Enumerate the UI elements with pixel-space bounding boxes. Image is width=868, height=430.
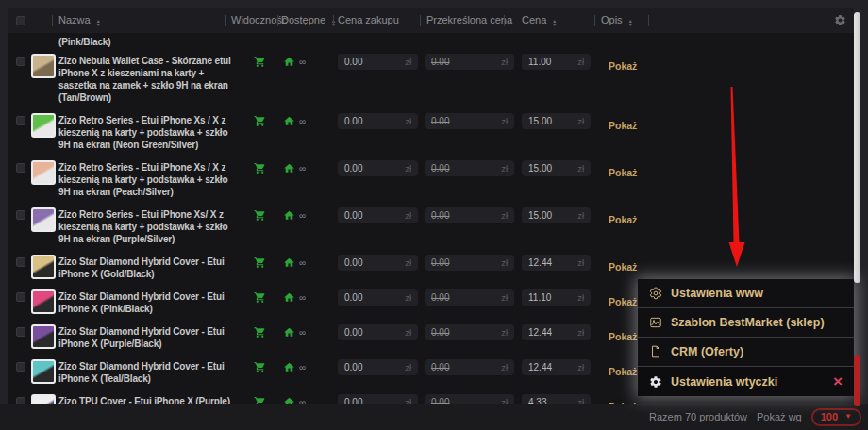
currency-suffix: zł: [501, 116, 508, 126]
purchase-price-input[interactable]: 0.00 zł: [338, 394, 418, 404]
currency-suffix: zł: [501, 163, 508, 174]
row-checkbox[interactable]: [16, 210, 25, 220]
purchase-price-input[interactable]: 0.00 zł: [338, 207, 418, 223]
price-input[interactable]: 4.33 zł: [522, 394, 591, 404]
row-checkbox-cell: [8, 207, 31, 220]
row-checkbox-cell: [8, 289, 31, 302]
currency-suffix: zł: [577, 116, 584, 126]
home-icon[interactable]: [283, 256, 295, 269]
column-header-dostepne[interactable]: Dostępne▲▼: [281, 14, 336, 26]
row-checkbox[interactable]: [16, 397, 25, 404]
price-input[interactable]: 15.00 zł: [522, 160, 591, 176]
sort-icon[interactable]: ▲▼: [552, 19, 557, 26]
menu-item-ustawienia-www[interactable]: Ustawienia www: [638, 279, 854, 308]
strike-price-input[interactable]: 0.00 zł: [425, 255, 514, 271]
sort-icon[interactable]: ▲▼: [628, 19, 633, 26]
purchase-price-input[interactable]: 0.00 zł: [338, 289, 418, 306]
purchase-price-input[interactable]: 0.00 zł: [338, 54, 418, 70]
page-size-label: Pokaż wg: [757, 411, 802, 422]
home-icon[interactable]: [283, 326, 295, 339]
strike-price-input[interactable]: 0.00 zł: [425, 207, 514, 223]
home-icon[interactable]: [283, 361, 295, 373]
price-input[interactable]: 11.00 zł: [522, 54, 591, 70]
column-header-przekreslona-cena[interactable]: Przekreślona cena: [426, 14, 512, 25]
price-input[interactable]: 12.44 zł: [522, 255, 591, 271]
purchase-price-input[interactable]: 0.00 zł: [338, 255, 418, 271]
price-input[interactable]: 15.00 zł: [522, 113, 591, 129]
row-checkbox[interactable]: [16, 57, 25, 66]
strike-price-input[interactable]: 0.00 zł: [425, 359, 514, 375]
column-header-widocznosc[interactable]: Widoczność: [231, 14, 287, 25]
row-checkbox[interactable]: [16, 116, 25, 125]
column-header-cena-zakupu[interactable]: Cena zakupu: [338, 14, 399, 25]
column-header-opis[interactable]: Opis▲▼: [601, 14, 633, 26]
cart-icon[interactable]: [254, 162, 266, 174]
show-description-link[interactable]: Pokaż: [609, 120, 637, 131]
strike-price-input[interactable]: 0.00 zł: [425, 289, 514, 306]
home-icon[interactable]: [283, 396, 295, 404]
menu-item-szablon-bestmarket[interactable]: Szablon BestMarket (sklep): [638, 308, 854, 338]
show-description-link[interactable]: Pokaż: [609, 167, 637, 178]
cart-icon[interactable]: [254, 326, 266, 339]
price-cell: 4.33 zł: [522, 394, 601, 404]
currency-suffix: zł: [501, 292, 508, 303]
home-icon[interactable]: [283, 291, 295, 304]
show-description-link[interactable]: Pokaż: [609, 214, 637, 225]
scrollbar-thumb[interactable]: [854, 12, 860, 283]
currency-suffix: zł: [405, 327, 411, 338]
price-cell: 15.00 zł: [522, 207, 601, 223]
purchase-price-input[interactable]: 0.00 zł: [338, 160, 418, 176]
strike-price-input[interactable]: 0.00 zł: [425, 54, 514, 70]
page-size-value: 100: [821, 411, 838, 422]
row-checkbox-cell: [8, 324, 31, 337]
cart-icon[interactable]: [254, 396, 266, 404]
cart-icon[interactable]: [254, 56, 266, 68]
home-icon[interactable]: [283, 162, 295, 174]
home-icon[interactable]: [283, 115, 295, 127]
column-header-cena[interactable]: Cena▲▼: [522, 14, 557, 26]
cart-icon[interactable]: [254, 256, 266, 269]
show-description-link[interactable]: Pokaż: [609, 261, 637, 273]
price-cell: 12.44 zł: [522, 324, 601, 340]
strike-price-input[interactable]: 0.00 zł: [425, 113, 514, 129]
price-input[interactable]: 11.10 zł: [522, 289, 591, 306]
close-icon[interactable]: ×: [833, 375, 843, 389]
sort-icon[interactable]: ▲▼: [96, 19, 101, 26]
menu-item-ustawienia-wtyczki[interactable]: Ustawienia wtyczki ×: [638, 367, 854, 396]
table-row-partial: (Pink/Black): [8, 33, 854, 49]
show-description-link[interactable]: Pokaż: [609, 60, 637, 72]
price-input[interactable]: 12.44 zł: [522, 359, 591, 375]
purchase-price-input[interactable]: 0.00 zł: [338, 359, 418, 375]
select-all-checkbox[interactable]: [16, 16, 25, 25]
table-settings-gear-icon[interactable]: [834, 14, 846, 26]
purchase-price-input[interactable]: 0.00 zł: [338, 113, 418, 129]
price-input[interactable]: 15.00 zł: [522, 207, 591, 223]
home-icon[interactable]: [283, 56, 295, 68]
price-input[interactable]: 12.44 zł: [522, 324, 591, 340]
strike-price-input[interactable]: 0.00 zł: [425, 394, 514, 404]
column-header-nazwa[interactable]: Nazwa▲▼: [58, 14, 101, 26]
strike-price-value: 0.00: [431, 362, 449, 372]
cart-icon[interactable]: [254, 361, 266, 373]
row-checkbox[interactable]: [16, 163, 25, 173]
strike-price-input[interactable]: 0.00 zł: [425, 324, 514, 340]
cart-icon[interactable]: [254, 115, 266, 127]
row-checkbox[interactable]: [16, 292, 25, 302]
show-description-link[interactable]: Pokaż: [609, 296, 637, 307]
show-description-link[interactable]: Pokaż: [609, 331, 637, 342]
row-checkbox[interactable]: [16, 327, 25, 337]
menu-item-crm-oferty[interactable]: CRM (Oferty): [638, 338, 854, 367]
purchase-price-input[interactable]: 0.00 zł: [338, 324, 418, 340]
cart-icon[interactable]: [254, 291, 266, 304]
row-checkbox[interactable]: [16, 362, 25, 372]
row-checkbox[interactable]: [16, 257, 25, 267]
show-description-link[interactable]: Pokaż: [609, 366, 637, 377]
strike-price-input[interactable]: 0.00 zł: [425, 160, 514, 176]
home-icon[interactable]: [283, 209, 295, 222]
scrollbar-red-segment[interactable]: [854, 355, 860, 406]
product-thumbnail-cell: [31, 160, 58, 185]
cart-icon[interactable]: [254, 209, 266, 222]
table-row: Zizo Retro Series - Etui iPhone Xs/ X z …: [8, 203, 854, 250]
visibility-cell: [240, 160, 279, 174]
page-size-select[interactable]: 100 ▼: [811, 408, 861, 426]
